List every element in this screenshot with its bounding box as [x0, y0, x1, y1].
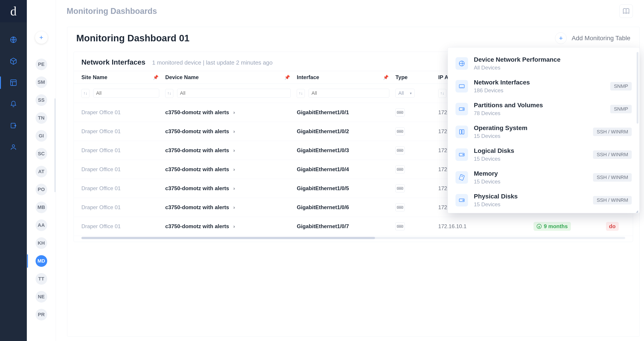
- chevron-right-icon[interactable]: ›: [230, 129, 238, 134]
- tag-mb[interactable]: MB: [36, 202, 47, 213]
- dropdown-item[interactable]: Network Interfaces186 DevicesSNMP: [448, 75, 639, 98]
- col-type[interactable]: Type: [393, 71, 435, 84]
- dropdown-item-title: Partitions and Volumes: [474, 102, 543, 109]
- dashboard-icon[interactable]: [10, 79, 18, 87]
- filter-device[interactable]: [177, 89, 291, 98]
- svg-point-37: [400, 207, 400, 208]
- svg-point-45: [402, 226, 402, 227]
- resize-handle-icon[interactable]: ◢: [636, 209, 639, 213]
- pin-icon[interactable]: 📌: [284, 75, 290, 80]
- add-table-label: Add Monitoring Table: [572, 35, 630, 42]
- docs-button[interactable]: [620, 4, 633, 18]
- svg-point-56: [463, 200, 464, 201]
- tag-ne[interactable]: NE: [36, 291, 47, 303]
- table-row[interactable]: Draper Office 01c3750-domotz with alerts…: [74, 217, 633, 236]
- svg-rect-54: [459, 174, 464, 180]
- tag-sc[interactable]: SC: [36, 148, 47, 160]
- svg-rect-51: [462, 130, 464, 134]
- cell-interface: GigabitEthernet1/0/6: [294, 198, 393, 217]
- svg-point-7: [400, 112, 400, 113]
- tag-tn[interactable]: TN: [36, 112, 47, 124]
- cell-interface: GigabitEthernet1/0/2: [294, 122, 393, 141]
- switch-icon: [395, 203, 405, 211]
- dropdown-scrollbar[interactable]: [636, 52, 638, 124]
- dropdown-item-icon: [456, 194, 468, 207]
- pin-icon[interactable]: 📌: [153, 75, 158, 80]
- tag-tt[interactable]: TT: [36, 273, 47, 285]
- tag-sm[interactable]: SM: [36, 76, 47, 88]
- filter-interface[interactable]: [308, 89, 389, 98]
- cell-type: [393, 122, 435, 141]
- chevron-right-icon[interactable]: ›: [230, 205, 238, 210]
- svg-point-17: [398, 150, 398, 151]
- chevron-right-icon[interactable]: ›: [230, 110, 238, 115]
- sort-ip[interactable]: ↑↓: [438, 89, 446, 98]
- svg-point-32: [401, 188, 401, 189]
- cell-site: Draper Office 01: [74, 122, 162, 141]
- tags-scrollbar[interactable]: [54, 98, 56, 192]
- tag-kh[interactable]: KH: [36, 237, 47, 249]
- panel-subtitle: 1 monitored device | last update 2 minut…: [152, 59, 272, 66]
- book-icon: [622, 7, 630, 15]
- dropdown-item-tag: SSH / WINRM: [593, 173, 632, 182]
- dropdown-item-icon: [456, 103, 468, 115]
- chevron-right-icon[interactable]: ›: [230, 148, 238, 153]
- col-device[interactable]: Device Name 📌: [162, 71, 294, 84]
- add-dashboard-button[interactable]: +: [35, 31, 48, 44]
- svg-point-24: [399, 169, 399, 170]
- scroll-thumb[interactable]: [82, 237, 375, 239]
- cell-site: Draper Office 01: [74, 141, 162, 160]
- dropdown-item[interactable]: Logical Disks15 DevicesSSH / WINRM: [448, 143, 639, 166]
- cube-icon[interactable]: [10, 57, 18, 65]
- filter-site[interactable]: [93, 89, 159, 98]
- svg-point-9: [402, 112, 402, 113]
- dropdown-item[interactable]: Device Network PerformanceAll Devices: [448, 52, 639, 75]
- filter-type[interactable]: All▾: [395, 89, 414, 98]
- svg-point-41: [398, 226, 398, 227]
- tag-pr[interactable]: PR: [36, 309, 47, 321]
- col-site[interactable]: Site Name 📌: [74, 71, 162, 84]
- svg-point-49: [463, 109, 464, 109]
- tag-pe[interactable]: PE: [36, 58, 47, 70]
- dropdown-item[interactable]: Partitions and Volumes78 DevicesSNMP: [448, 98, 639, 120]
- tag-po[interactable]: PO: [36, 184, 47, 195]
- tag-at[interactable]: AT: [36, 166, 47, 177]
- sort-interface[interactable]: ↑↓: [297, 89, 305, 98]
- table-horizontal-scrollbar[interactable]: [82, 237, 625, 239]
- page-title: Monitoring Dashboards: [67, 6, 157, 16]
- svg-point-14: [401, 131, 401, 132]
- nav-rail: d: [0, 0, 27, 341]
- add-monitoring-table-button[interactable]: + Add Monitoring Table: [555, 32, 630, 44]
- bell-icon[interactable]: [10, 100, 18, 108]
- svg-point-30: [399, 188, 399, 189]
- tag-gi[interactable]: GI: [36, 130, 47, 142]
- chevron-right-icon[interactable]: ›: [230, 167, 238, 172]
- chevron-right-icon[interactable]: ›: [230, 224, 238, 229]
- col-interface[interactable]: Interface 📌: [294, 71, 393, 84]
- sort-device[interactable]: ↑↓: [165, 89, 173, 98]
- cell-interface: GigabitEthernet1/0/5: [294, 179, 393, 198]
- globe-icon[interactable]: [10, 36, 18, 44]
- svg-point-15: [402, 131, 402, 132]
- switch-icon: [395, 165, 405, 173]
- sort-site[interactable]: ↑↓: [82, 89, 90, 98]
- tag-aa[interactable]: AA: [36, 219, 47, 231]
- export-icon[interactable]: [10, 122, 18, 130]
- user-icon[interactable]: [10, 143, 18, 151]
- dropdown-item-title: Physical Disks: [474, 193, 518, 200]
- tag-ss[interactable]: SS: [36, 94, 47, 106]
- dropdown-item[interactable]: Operating System15 DevicesSSH / WINRM: [448, 120, 639, 143]
- svg-point-53: [463, 154, 464, 155]
- chevron-right-icon[interactable]: ›: [230, 186, 238, 191]
- logo-glyph: d: [10, 4, 16, 18]
- dropdown-item[interactable]: Memory15 DevicesSSH / WINRM: [448, 166, 639, 189]
- cell-type: [393, 141, 435, 160]
- pin-icon[interactable]: 📌: [383, 75, 389, 80]
- dropdown-item[interactable]: Physical Disks15 DevicesSSH / WINRM: [448, 189, 639, 212]
- logo[interactable]: d: [0, 0, 27, 22]
- svg-point-29: [398, 188, 398, 189]
- tag-md[interactable]: MD: [36, 255, 47, 267]
- cell-device: c3750-domotz with alerts ›: [162, 179, 294, 198]
- dropdown-item-sub: 15 Devices: [474, 156, 514, 162]
- svg-point-23: [398, 169, 398, 170]
